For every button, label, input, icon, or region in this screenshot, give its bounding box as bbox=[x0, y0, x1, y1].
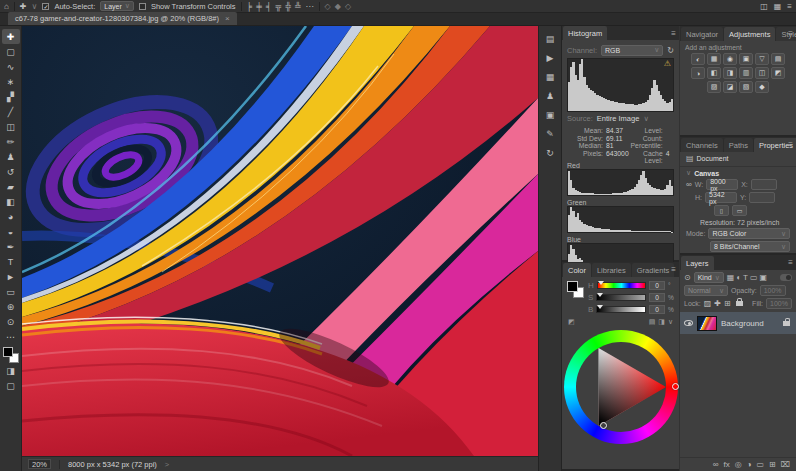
bit-depth-dropdown[interactable]: 8 Bits/Channel ∨ bbox=[710, 241, 790, 252]
close-tab-icon[interactable]: × bbox=[225, 14, 230, 23]
layer-visibility-eye-icon[interactable] bbox=[684, 320, 693, 326]
invert-icon[interactable]: ◩ bbox=[771, 67, 785, 79]
align-center-h-icon[interactable]: ╪ bbox=[256, 0, 262, 13]
cached-data-warning-icon[interactable]: ⚠ bbox=[664, 60, 671, 68]
pen-tool[interactable]: ✒ bbox=[2, 239, 20, 254]
wheel-expand-icon[interactable]: ∨ bbox=[668, 318, 673, 326]
mode-dropdown[interactable]: RGB Color ∨ bbox=[708, 228, 790, 239]
clipboard-panel-icon[interactable]: ▤ bbox=[541, 30, 559, 47]
3d-orbit-icon[interactable]: ◇ bbox=[345, 0, 351, 13]
tab-paths[interactable]: Paths bbox=[724, 138, 753, 152]
tab-styles[interactable]: Styles bbox=[776, 27, 796, 41]
smart-object-filter-icon[interactable]: ▣ bbox=[760, 273, 768, 282]
eraser-tool[interactable]: ▰ bbox=[2, 179, 20, 194]
threshold-icon[interactable]: ◪ bbox=[723, 81, 737, 93]
brightness-slider[interactable] bbox=[596, 306, 646, 313]
sb-selector[interactable] bbox=[600, 422, 607, 429]
saturation-slider[interactable] bbox=[596, 294, 646, 301]
edit-toolbar-icon[interactable]: ⋯ bbox=[2, 329, 20, 344]
wheel-settings-icon[interactable]: ▤ bbox=[649, 318, 656, 326]
photo-filter-icon[interactable]: ◨ bbox=[723, 67, 737, 79]
panel-menu-icon[interactable]: ≡ bbox=[671, 29, 676, 38]
libraries-panel-icon[interactable]: ♟ bbox=[541, 87, 559, 104]
hue-saturation-icon[interactable]: ▤ bbox=[771, 53, 785, 65]
tab-histogram[interactable]: Histogram bbox=[563, 26, 607, 40]
tab-navigator[interactable]: Navigator bbox=[681, 27, 723, 41]
arrange-icon[interactable]: ▦ bbox=[774, 0, 782, 13]
landscape-orientation-button[interactable]: ▭ bbox=[732, 205, 747, 216]
info-panel-icon[interactable]: ▦ bbox=[541, 68, 559, 85]
delete-layer-icon[interactable]: ⌧ bbox=[781, 460, 790, 469]
brightness-value-field[interactable]: 0 bbox=[649, 305, 665, 314]
filter-kind-dropdown[interactable]: Kind ∨ bbox=[694, 272, 724, 283]
tab-layers[interactable]: Layers bbox=[681, 256, 714, 270]
posterize-icon[interactable]: ▨ bbox=[707, 81, 721, 93]
saturation-value-field[interactable]: 0 bbox=[649, 293, 665, 302]
quick-mask-icon[interactable]: ◨ bbox=[2, 363, 20, 378]
zoom-tool[interactable]: ⊙ bbox=[2, 314, 20, 329]
tab-adjustments[interactable]: Adjustments bbox=[724, 27, 775, 41]
exposure-icon[interactable]: ▣ bbox=[739, 53, 753, 65]
tab-gradients[interactable]: Gradients bbox=[632, 263, 675, 277]
hand-tool[interactable]: ⊛ bbox=[2, 299, 20, 314]
healing-brush-tool[interactable]: ◫ bbox=[2, 119, 20, 134]
group-layers-icon[interactable]: ▭ bbox=[757, 460, 765, 469]
tab-libraries[interactable]: Libraries bbox=[592, 263, 631, 277]
hue-slider[interactable] bbox=[597, 282, 646, 289]
layer-effects-icon[interactable]: fx bbox=[723, 460, 729, 469]
history-panel-icon[interactable]: ↻ bbox=[541, 144, 559, 161]
panel-menu-icon[interactable]: ≡ bbox=[671, 265, 676, 274]
gradient-tool[interactable]: ◧ bbox=[2, 194, 20, 209]
tool-preset-chevron-icon[interactable]: ∨ bbox=[32, 0, 38, 13]
panel-menu-icon[interactable]: ≡ bbox=[788, 258, 793, 267]
lasso-tool[interactable]: ∿ bbox=[2, 59, 20, 74]
show-transform-checkbox[interactable] bbox=[139, 3, 146, 10]
auto-select-checkbox[interactable]: ✓ bbox=[42, 3, 49, 10]
background-lock-icon[interactable] bbox=[783, 321, 790, 326]
zoom-level-field[interactable]: 20% bbox=[28, 459, 51, 469]
collapse-icon[interactable]: ∨ bbox=[686, 169, 691, 177]
status-arrow-icon[interactable]: > bbox=[165, 460, 169, 469]
eyedropper-tool[interactable]: ╱ bbox=[2, 104, 20, 119]
x-field[interactable] bbox=[751, 179, 777, 190]
source-value[interactable]: Entire Image bbox=[597, 114, 640, 123]
slider-marker[interactable] bbox=[597, 293, 603, 297]
distribute-icon[interactable]: ◇ bbox=[325, 0, 331, 13]
shape-tool[interactable]: ▭ bbox=[2, 284, 20, 299]
workspace-icon[interactable]: ≡ bbox=[787, 0, 792, 13]
new-layer-icon[interactable]: ⊞ bbox=[769, 460, 776, 469]
filter-toggle[interactable] bbox=[780, 274, 792, 281]
hue-selector[interactable] bbox=[672, 383, 679, 390]
saturation-brightness-triangle[interactable] bbox=[576, 342, 666, 432]
align-middle-icon[interactable]: ╬ bbox=[285, 0, 291, 13]
levels-icon[interactable]: ▦ bbox=[707, 53, 721, 65]
width-field[interactable]: 8000 px bbox=[706, 179, 738, 190]
move-tool-icon[interactable]: ✚ bbox=[20, 0, 27, 13]
layer-thumbnail[interactable] bbox=[697, 316, 717, 331]
portrait-orientation-button[interactable]: ▯ bbox=[714, 205, 729, 216]
tab-channels[interactable]: Channels bbox=[681, 138, 723, 152]
hue-value-field[interactable]: 0 bbox=[649, 281, 665, 290]
layer-mask-icon[interactable]: ◎ bbox=[735, 460, 742, 469]
vibrance-icon[interactable]: ▽ bbox=[755, 53, 769, 65]
notes-panel-icon[interactable]: ✎ bbox=[541, 125, 559, 142]
lock-all-icon[interactable] bbox=[736, 301, 743, 306]
brush-tool[interactable]: ✏ bbox=[2, 134, 20, 149]
curves-icon[interactable]: ◉ bbox=[723, 53, 737, 65]
color-balance-icon[interactable]: ◑ bbox=[691, 67, 705, 79]
path-selection-tool[interactable]: ► bbox=[2, 269, 20, 284]
quick-selection-tool[interactable]: ∗ bbox=[2, 74, 20, 89]
slider-marker[interactable] bbox=[598, 281, 604, 285]
selective-color-icon[interactable]: ◆ bbox=[755, 81, 769, 93]
history-brush-tool[interactable]: ↺ bbox=[2, 164, 20, 179]
document-tab[interactable]: c67-78 gamer-and-creator-1280307384.jpg … bbox=[8, 12, 237, 25]
align-top-icon[interactable]: ╦ bbox=[276, 0, 282, 13]
black-white-icon[interactable]: ◧ bbox=[707, 67, 721, 79]
slider-marker[interactable] bbox=[597, 305, 603, 309]
screen-mode-icon[interactable]: ▢ bbox=[2, 378, 20, 393]
channel-dropdown[interactable]: RGB ∨ bbox=[601, 45, 663, 56]
filter-pick-icon[interactable]: ⊙ bbox=[684, 273, 691, 282]
blend-mode-dropdown[interactable]: Normal ∨ bbox=[684, 285, 728, 296]
grid-view-icon[interactable]: ◫ bbox=[760, 0, 768, 13]
opacity-field[interactable]: 100% bbox=[760, 285, 786, 296]
